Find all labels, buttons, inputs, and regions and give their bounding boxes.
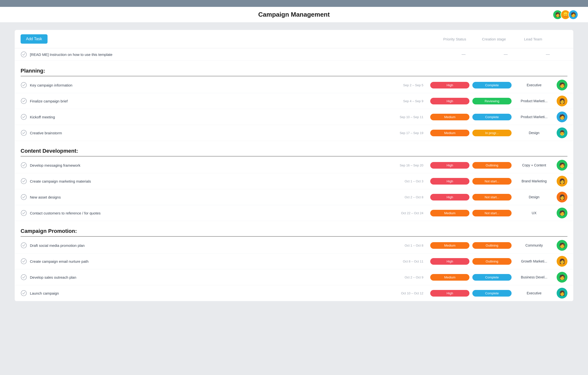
task-row: Create campaign email nurture pathOct 8 …	[15, 253, 573, 269]
task-date: Sep 10 – Sep 11	[395, 115, 427, 119]
task-check-icon	[21, 290, 27, 296]
team-cell: Executive	[514, 83, 554, 87]
priority-column-header: Priority Status	[435, 37, 474, 41]
svg-point-1	[21, 82, 26, 88]
task-date: Oct 2 – Oct 9	[395, 275, 427, 279]
svg-point-5	[21, 162, 26, 168]
task-row: Create campaign marketing materialsOct 1…	[15, 173, 573, 189]
status-badge: Complete	[472, 82, 512, 88]
status-badge: Complete	[472, 274, 512, 281]
priority-badge: High	[430, 258, 469, 265]
team-cell: Product Marketi...	[514, 115, 554, 119]
status-badge: Outlining	[472, 242, 512, 249]
task-name: Create campaign marketing materials	[30, 179, 392, 183]
section-divider-1	[21, 156, 567, 156]
team-cell: UX	[514, 211, 554, 215]
task-date: Oct 2 – Oct 8	[395, 195, 427, 199]
team-cell: Copy + Content	[514, 163, 554, 167]
task-row: Key campaign informationSep 2 – Sep 5Hig…	[15, 77, 573, 93]
task-check-icon	[21, 258, 27, 264]
section-title-0: Planning:	[21, 68, 45, 74]
task-row: Contact customers to reference / for quo…	[15, 205, 573, 221]
team-cell: Growth Marketi...	[514, 259, 554, 263]
avatar: 👨	[557, 127, 567, 138]
svg-point-2	[21, 98, 26, 104]
priority-badge: High	[430, 178, 469, 185]
status-badge: In progr...	[472, 130, 512, 136]
header-avatars: 👩👱🧑	[553, 10, 578, 20]
task-name: Launch campaign	[30, 291, 392, 295]
creation-column-header: Creation stage	[474, 37, 514, 41]
toolbar: Add Task Priority Status Creation stage …	[15, 30, 573, 48]
priority-badge: Medium	[430, 130, 469, 136]
task-date: Sep 4 – Sep 9	[395, 99, 427, 103]
svg-point-9	[21, 243, 26, 248]
task-name: Develop messaging framework	[30, 163, 392, 167]
task-check-icon	[21, 274, 27, 280]
team-cell: Design	[514, 131, 554, 135]
task-row: Launch campaignOct 10 – Oct 12HighComple…	[15, 285, 573, 301]
task-row: Develop sales outreach planOct 2 – Oct 9…	[15, 269, 573, 285]
column-headers: Priority Status Creation stage Lead Team	[435, 37, 567, 41]
task-check-icon	[21, 162, 27, 168]
task-row: Creative brainstormSep 17 – Sep 19Medium…	[15, 125, 573, 141]
status-badge: Not start...	[472, 194, 512, 200]
status-badge: Reviewing	[472, 98, 512, 104]
priority-badge: High	[430, 82, 469, 88]
task-row: New asset designsOct 2 – Oct 8HighNot st…	[15, 189, 573, 205]
team-cell: Design	[514, 195, 554, 199]
status-badge: Outlining	[472, 162, 512, 169]
section-title-1: Content Development:	[21, 148, 78, 154]
team-cell: Brand Marketing	[514, 179, 554, 183]
priority-badge: Medium	[430, 114, 469, 120]
task-name: Develop sales outreach plan	[30, 275, 392, 279]
task-row: Finalize campaign briefSep 4 – Sep 9High…	[15, 93, 573, 109]
add-task-button[interactable]: Add Task	[21, 34, 48, 44]
status-badge: Complete	[472, 114, 512, 120]
svg-point-12	[21, 290, 26, 296]
svg-point-3	[21, 114, 26, 120]
task-row: Develop messaging frameworkSep 16 – Sep …	[15, 157, 573, 173]
section-header-0: Planning:	[15, 61, 573, 76]
avatar: 🧑	[557, 80, 567, 90]
task-check-icon	[21, 82, 27, 88]
info-dash-3: —	[528, 52, 567, 57]
sections-container: Planning: Key campaign informationSep 2 …	[15, 61, 573, 301]
svg-point-6	[21, 178, 26, 184]
priority-badge: Medium	[430, 242, 469, 249]
avatar: 👩	[557, 176, 567, 187]
team-cell: Community	[514, 243, 554, 247]
avatar: 🧑	[557, 208, 567, 218]
task-date: Sep 2 – Sep 5	[395, 83, 427, 87]
avatar: 👩	[557, 288, 567, 299]
task-check-icon	[21, 114, 27, 120]
header-avatar-2: 🧑	[568, 10, 578, 20]
task-name: Kickoff meeting	[30, 115, 392, 119]
svg-point-7	[21, 194, 26, 200]
team-column-header: Lead Team	[514, 37, 553, 41]
priority-badge: Medium	[430, 210, 469, 216]
task-date: Sep 17 – Sep 19	[395, 131, 427, 135]
check-icon	[21, 51, 27, 58]
task-date: Oct 1 – Oct 3	[395, 179, 427, 183]
task-check-icon	[21, 242, 27, 249]
avatar: 👩	[557, 96, 567, 106]
task-date: Oct 8 – Oct 11	[395, 260, 427, 263]
section-header-1: Content Development:	[15, 141, 573, 156]
team-cell: Business Devel...	[514, 275, 554, 279]
team-cell: Product Marketi...	[514, 99, 554, 103]
priority-badge: Medium	[430, 274, 469, 281]
task-name: New asset designs	[30, 195, 392, 199]
svg-point-11	[21, 275, 26, 280]
task-check-icon	[21, 178, 27, 184]
task-check-icon	[21, 210, 27, 216]
svg-point-4	[21, 130, 26, 136]
avatar: 🧑	[557, 112, 567, 122]
task-date: Sep 16 – Sep 20	[395, 163, 427, 167]
avatar: 👩	[557, 256, 567, 267]
status-badge: Outlining	[472, 258, 512, 265]
priority-badge: High	[430, 98, 469, 104]
svg-point-8	[21, 210, 26, 216]
status-badge: Not start...	[472, 178, 512, 185]
task-container: Add Task Priority Status Creation stage …	[15, 30, 573, 301]
